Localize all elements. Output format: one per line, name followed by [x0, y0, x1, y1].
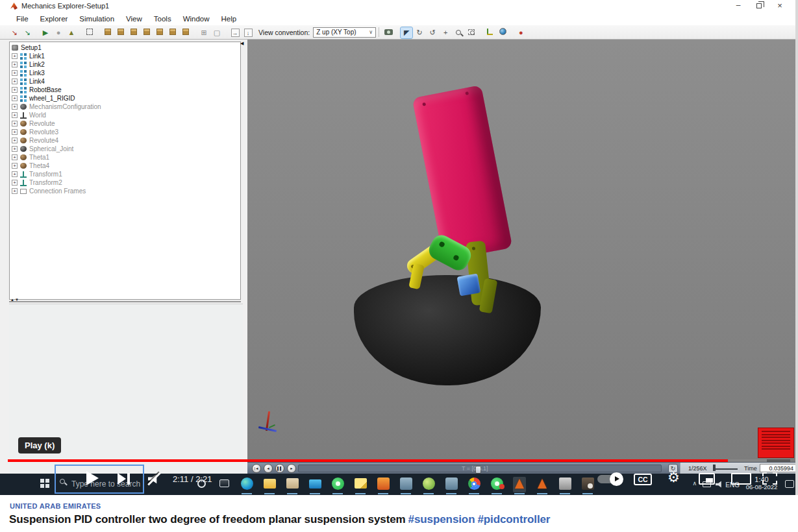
tree-item-world[interactable]: +World: [12, 111, 240, 119]
settings-gear-icon[interactable]: ⚙: [667, 470, 680, 485]
view-back-icon[interactable]: [128, 26, 140, 37]
tree-item-connection-frames[interactable]: +Connection Frames: [12, 187, 240, 195]
expand-icon[interactable]: +: [12, 129, 18, 135]
layout-quad-icon[interactable]: ⊞: [198, 27, 210, 38]
tree-item-theta4[interactable]: +Theta4: [12, 162, 240, 170]
fullscreen-button[interactable]: [762, 472, 777, 485]
frame-axes-icon[interactable]: [484, 26, 495, 37]
menu-simulation[interactable]: Simulation: [73, 14, 120, 24]
com-marker-icon[interactable]: ●: [515, 27, 527, 38]
taskbar-whatsapp-badge-icon[interactable]: [490, 477, 503, 492]
expand-icon[interactable]: +: [12, 138, 18, 143]
play-button[interactable]: [86, 471, 99, 485]
autoplay-toggle[interactable]: [597, 475, 622, 483]
theater-mode-button[interactable]: [731, 473, 751, 485]
expand-icon[interactable]: +: [12, 95, 18, 101]
collapse-arrow-icon[interactable]: ◀: [240, 41, 243, 46]
dock-right-icon[interactable]: →: [229, 27, 241, 38]
zoom-icon[interactable]: [453, 27, 464, 38]
youtube-progress-bar[interactable]: [8, 459, 790, 462]
video-player[interactable]: Mechanics Explorer-Setup1 – × FileExplor…: [0, 0, 798, 495]
tree-item-revolute4[interactable]: +Revolute4: [12, 136, 240, 145]
step-forward-button[interactable]: ►: [287, 464, 296, 473]
tree-item-wheel-1-rigid[interactable]: +wheel_1_RIGID: [12, 94, 240, 103]
viewport-3d[interactable]: |◄ ◄ ▌▌ ► T = [0 5.1] ↻ 1/256X Time 0.03…: [247, 40, 798, 474]
hashtag-link[interactable]: #pidcontroller: [477, 513, 550, 526]
taskbar-cortana-icon[interactable]: [195, 477, 208, 492]
muted-volume-icon[interactable]: [147, 472, 164, 486]
play-simulation-icon[interactable]: ▶: [40, 27, 51, 38]
panel-splitter[interactable]: [9, 301, 241, 302]
next-video-button[interactable]: [118, 473, 132, 485]
expand-icon[interactable]: +: [12, 188, 18, 194]
tray-speaker-icon[interactable]: [716, 481, 723, 488]
view-convention-select[interactable]: Z up (XY Top) ∨: [313, 27, 376, 38]
taskbar-edge-icon[interactable]: [240, 477, 253, 492]
orbit-icon[interactable]: ↻: [414, 27, 425, 38]
taskbar-matlab-active-icon[interactable]: [513, 477, 526, 492]
expand-icon[interactable]: +: [12, 87, 18, 93]
expand-icon[interactable]: +: [12, 171, 18, 177]
rewind-start-button[interactable]: |◄: [252, 464, 261, 473]
tree-item-revolute[interactable]: +Revolute: [12, 119, 240, 128]
expand-icon[interactable]: +: [12, 104, 18, 110]
globe-icon[interactable]: [497, 26, 508, 37]
restore-button[interactable]: [751, 1, 767, 10]
tree-item-transform1[interactable]: +Transform1: [12, 170, 240, 178]
tree-item-spherical-joint[interactable]: +Spherical_Joint: [12, 145, 240, 153]
taskbar-store-icon[interactable]: [286, 477, 299, 492]
taskbar-mail-icon[interactable]: [308, 477, 321, 492]
menu-explorer[interactable]: Explorer: [34, 14, 74, 24]
expand-icon[interactable]: +: [12, 163, 18, 169]
speed-slider[interactable]: [714, 468, 738, 470]
speed-slider-thumb[interactable]: [713, 465, 716, 471]
expand-icon[interactable]: +: [12, 146, 18, 152]
taskbar-task-view-icon[interactable]: [218, 477, 231, 492]
step-back-button[interactable]: ◄: [264, 464, 273, 473]
snapshot-camera-icon[interactable]: [382, 27, 394, 38]
layout-single-icon[interactable]: ▢: [211, 27, 223, 38]
view-bottom-icon[interactable]: [154, 26, 166, 37]
view-isometric-icon[interactable]: [102, 26, 114, 37]
taskbar-whatsapp-icon[interactable]: [331, 477, 344, 492]
tree-item-transform2[interactable]: +Transform2: [12, 178, 240, 187]
taskbar-app-gray-icon[interactable]: [558, 477, 571, 492]
taskbar-matlab-icon[interactable]: [536, 477, 549, 492]
expand-icon[interactable]: +: [12, 70, 18, 76]
channel-name-link[interactable]: UNITED ARAB EMIRATES: [10, 502, 101, 510]
menu-view[interactable]: View: [120, 14, 148, 24]
tree-item-link1[interactable]: +Link1: [12, 52, 240, 60]
tree-item-setup1[interactable]: Setup1: [12, 43, 240, 52]
taskbar-recorder-icon[interactable]: [581, 477, 594, 492]
expand-icon[interactable]: +: [12, 121, 18, 127]
taskbar-sticky-notes-icon[interactable]: [354, 477, 367, 492]
model-wheel-dome[interactable]: [354, 275, 541, 385]
view-right-icon[interactable]: [180, 26, 192, 37]
menu-window[interactable]: Window: [177, 14, 216, 24]
menu-help[interactable]: Help: [216, 14, 243, 24]
tree-item-robotbase[interactable]: +RobotBase: [12, 86, 240, 94]
notification-center-icon[interactable]: [785, 480, 794, 488]
tree-item-link3[interactable]: +Link3: [12, 69, 240, 77]
taskbar-app2-icon[interactable]: [445, 477, 458, 492]
taskbar-file-explorer-icon[interactable]: [263, 477, 276, 492]
view-left-icon[interactable]: [167, 26, 179, 37]
minimize-button[interactable]: –: [730, 1, 747, 10]
expand-icon[interactable]: +: [12, 79, 18, 84]
expand-icon[interactable]: +: [12, 53, 18, 59]
model-link-blue[interactable]: [457, 273, 481, 296]
tree-item-link4[interactable]: +Link4: [12, 77, 240, 86]
expand-icon[interactable]: +: [12, 62, 18, 67]
zoom-region-icon[interactable]: [466, 27, 477, 38]
roll-icon[interactable]: ↺: [427, 27, 438, 38]
subtitles-button[interactable]: CC: [634, 474, 652, 485]
pan-icon[interactable]: +: [440, 27, 451, 38]
hashtag-link[interactable]: #suspension: [408, 513, 475, 526]
taskbar-app-orange-icon[interactable]: [377, 477, 390, 492]
select-cursor-icon[interactable]: ◤: [401, 27, 412, 38]
tray-chevron-icon[interactable]: ∧: [692, 480, 697, 487]
start-button[interactable]: [40, 479, 49, 488]
model-link-pink[interactable]: [412, 85, 513, 261]
model-tree[interactable]: Setup1+Link1+Link2+Link3+Link4+RobotBase…: [9, 42, 241, 300]
tree-item-revolute3[interactable]: +Revolute3: [12, 128, 240, 136]
